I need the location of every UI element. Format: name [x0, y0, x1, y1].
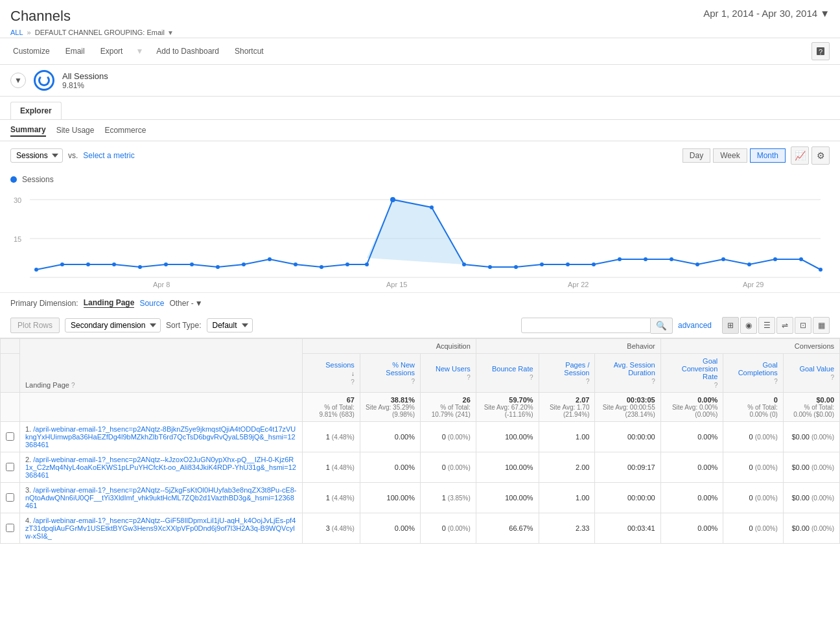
table-row: 3. /april-webinar-email-1?_hsenc=p2ANqtz…	[1, 483, 840, 513]
row-2-goal-completions: 0 (0.00%)	[723, 452, 783, 483]
svg-point-12	[34, 268, 38, 272]
bar-chart-button[interactable]: ⚙	[811, 146, 830, 165]
row-4-avg-session-duration: 00:03:41	[595, 513, 660, 544]
totals-label-cell	[20, 393, 303, 422]
row-4-bounce-rate: 66.67%	[476, 513, 539, 544]
svg-text:Apr 8: Apr 8	[153, 281, 170, 288]
help-icon[interactable]: ?	[811, 42, 830, 60]
acquisition-header: Acquisition	[303, 339, 476, 354]
chart-legend: Sessions	[10, 172, 830, 187]
plot-rows-button[interactable]: Plot Rows	[10, 318, 60, 333]
svg-point-24	[345, 262, 349, 266]
row-4-pages-per-session: 2.33	[539, 513, 595, 544]
row-2-goal-conversion-rate: 0.00%	[660, 452, 723, 483]
row-4-num: 4.	[25, 517, 31, 524]
pivot-view-button[interactable]: ⊡	[795, 317, 811, 334]
svg-marker-11	[367, 200, 464, 264]
svg-point-17	[164, 262, 168, 266]
row-3-landing-page[interactable]: /april-webinar-email-1?_hsenc=p2ANqtz--5…	[25, 486, 297, 509]
totals-avg-session-duration: 00:03:05 Site Avg: 00:00:55 (238.14%)	[595, 393, 660, 422]
add-to-dashboard-button[interactable]: Add to Dashboard	[154, 45, 222, 57]
row-3-checkbox[interactable]	[6, 493, 14, 502]
segment-bar: ▼ All Sessions 9.81%	[0, 65, 840, 97]
row-1-pct-new-sessions: 0.00%	[360, 422, 420, 452]
tab-ecommerce[interactable]: Ecommerce	[104, 124, 146, 136]
row-4-goal-value: $0.00 (0.00%)	[783, 513, 839, 544]
advanced-link[interactable]: advanced	[678, 321, 712, 330]
dim-source[interactable]: Source	[139, 299, 164, 308]
page-title: Channels	[10, 8, 71, 25]
totals-new-users: 26 % of Total: 10.79% (241)	[421, 393, 476, 422]
svg-point-32	[566, 262, 570, 266]
email-button[interactable]: Email	[63, 45, 88, 57]
table-view-button[interactable]: ⊞	[722, 317, 739, 334]
compare-view-button[interactable]: ⇌	[776, 317, 793, 334]
row-2-landing-page[interactable]: /april-webinar-email-1?_hsenc=p2ANqtz--k…	[25, 456, 296, 479]
search-box: 🔍 advanced	[521, 318, 712, 334]
dim-other-dropdown[interactable]: Other - ▼	[169, 299, 202, 308]
landing-page-help[interactable]: ?	[71, 382, 75, 389]
row-2-pages-per-session: 2.00	[539, 452, 595, 483]
row-4-goal-completions: 0 (0.00%)	[723, 513, 783, 544]
goal-conversion-rate-header: Goal Conversion Rate?	[660, 354, 723, 393]
row-2-bounce-rate: 100.00%	[476, 452, 539, 483]
dim-landing-page[interactable]: Landing Page	[84, 298, 135, 308]
svg-text:Apr 22: Apr 22	[568, 281, 589, 288]
day-button[interactable]: Day	[682, 148, 710, 163]
month-button[interactable]: Month	[750, 148, 786, 163]
tab-site-usage[interactable]: Site Usage	[56, 124, 95, 136]
pie-view-button[interactable]: ◉	[740, 317, 757, 334]
breadcrumb-dropdown-icon[interactable]: ▼	[167, 29, 174, 36]
row-3-new-users: 1 (3.85%)	[421, 483, 476, 513]
svg-point-35	[644, 257, 648, 261]
svg-point-40	[773, 257, 777, 261]
row-1-checkbox[interactable]	[6, 432, 14, 441]
row-2-checkbox[interactable]	[6, 463, 14, 471]
row-4-checkbox[interactable]	[6, 524, 14, 532]
detail-view-button[interactable]: ▦	[813, 317, 830, 334]
chart-svg: 30 15 Apr 8 Apr 15 Apr 22 Apr 29	[10, 187, 827, 290]
search-input[interactable]	[521, 318, 651, 333]
search-button[interactable]: 🔍	[651, 318, 673, 334]
breadcrumb-all-link[interactable]: ALL	[10, 29, 23, 36]
tab-explorer[interactable]: Explorer	[10, 102, 62, 119]
table-controls: Plot Rows Secondary dimension Sort Type:…	[0, 313, 840, 338]
sort-type-label: Sort Type:	[166, 321, 201, 330]
svg-point-21	[268, 257, 272, 261]
export-button[interactable]: Export	[98, 45, 126, 57]
svg-point-39	[747, 262, 751, 266]
customize-button[interactable]: Customize	[10, 45, 52, 57]
bounce-rate-header: Bounce Rate?	[476, 354, 539, 393]
bar-view-button[interactable]: ☰	[758, 317, 775, 334]
date-range[interactable]: Apr 1, 2014 - Apr 30, 2014 ▼	[703, 8, 830, 19]
date-range-arrow: ▼	[820, 8, 830, 19]
shortcut-button[interactable]: Shortcut	[232, 45, 266, 57]
table-row: 1. /april-webinar-email-1?_hsenc=p2ANqtz…	[1, 422, 840, 452]
tab-summary[interactable]: Summary	[10, 124, 46, 137]
totals-goal-value: $0.00 % of Total: 0.00% ($0.00)	[783, 393, 839, 422]
segment-name: All Sessions	[62, 71, 108, 81]
goal-value-header: Goal Value?	[783, 354, 839, 393]
row-4-landing-page[interactable]: /april-webinar-email-1?_hsenc=p2ANqtz--G…	[25, 517, 296, 540]
svg-text:30: 30	[14, 196, 21, 204]
week-button[interactable]: Week	[713, 148, 747, 163]
select-metric-link[interactable]: Select a metric	[83, 151, 134, 160]
line-chart-button[interactable]: 📈	[791, 146, 809, 165]
sort-type-dropdown[interactable]: Default	[207, 318, 253, 332]
row-4-new-users: 0 (0.00%)	[421, 513, 476, 544]
totals-pct-new-sessions: 38.81% Site Avg: 35.29% (9.98%)	[360, 393, 420, 422]
row-1-new-users: 0 (0.00%)	[421, 422, 476, 452]
row-1-landing-page[interactable]: /april-webinar-email-1?_hsenc=p2ANqtz-8B…	[25, 425, 296, 449]
secondary-dimension-dropdown[interactable]: Secondary dimension	[65, 318, 161, 332]
vs-label: vs.	[68, 151, 78, 160]
svg-point-37	[695, 262, 699, 266]
svg-point-19	[216, 265, 220, 269]
legend-label: Sessions	[22, 175, 54, 184]
row-1-goal-value: $0.00 (0.00%)	[783, 422, 839, 452]
segment-collapse-button[interactable]: ▼	[10, 73, 26, 88]
segment-percentage: 9.81%	[62, 81, 108, 90]
row-4-goal-conversion-rate: 0.00%	[660, 513, 723, 544]
svg-text:15: 15	[14, 235, 21, 243]
metric-dropdown[interactable]: Sessions	[10, 148, 63, 163]
svg-point-23	[320, 265, 323, 269]
